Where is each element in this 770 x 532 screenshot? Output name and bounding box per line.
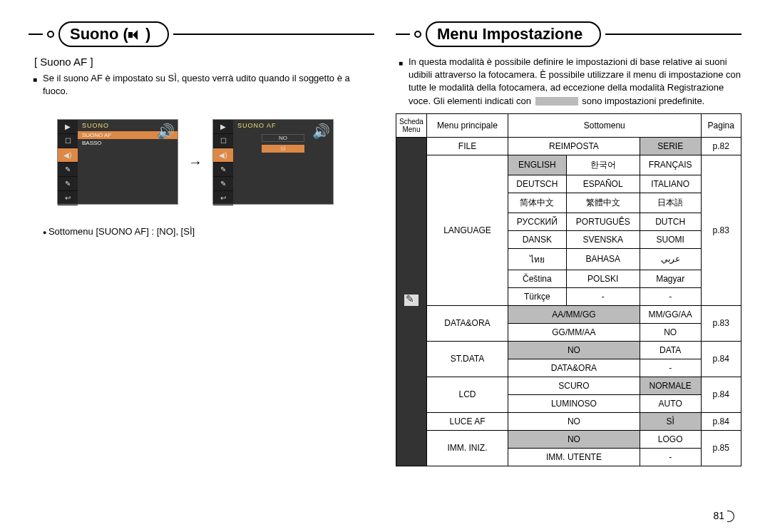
speaker-icon bbox=[128, 30, 141, 40]
col-sottomenu: Sottomenu bbox=[508, 113, 701, 137]
menu-screenshots: ▶☐◀)✎✎↩ 🔊 SUONO SUONO AF BASSO → ▶☐◀)✎✎↩… bbox=[57, 119, 374, 205]
speaker-icon: 🔊 bbox=[312, 123, 330, 140]
screenshot-menu-2: ▶☐◀)✎✎↩ 🔊 SUONO AF NO SÌ bbox=[212, 119, 334, 205]
settings-description: ■In questa modalità è possibile definire… bbox=[409, 56, 741, 108]
settings-title: Menu Impostazione bbox=[426, 21, 601, 47]
table-row: DATA&ORA AA/MM/GGMM/GG/AA p.83 bbox=[396, 305, 741, 323]
tab-icon-cell bbox=[396, 137, 427, 466]
table-row: LCD SCURONORMALE p.84 bbox=[396, 377, 741, 394]
arrow-right-icon: → bbox=[188, 154, 202, 170]
sound-af-description: ■Se il suono AF è impostato su SÌ, quest… bbox=[43, 72, 374, 98]
screenshot-menu-1: ▶☐◀)✎✎↩ 🔊 SUONO SUONO AF BASSO bbox=[57, 119, 178, 205]
sound-af-subtitle: [ Suono AF ] bbox=[34, 56, 374, 68]
table-row: LUCE AF NOSÌ p.84 bbox=[396, 412, 741, 430]
col-menu-principale: Menu principale bbox=[426, 113, 508, 137]
setup-tool-icon bbox=[404, 295, 419, 306]
page-number: 81 bbox=[713, 510, 734, 522]
settings-table: Scheda Menu Menu principale Sottomenu Pa… bbox=[396, 113, 741, 466]
col-pagina: Pagina bbox=[701, 113, 741, 137]
default-highlight-sample bbox=[535, 97, 578, 106]
settings-section-header: Menu Impostazione bbox=[396, 21, 741, 47]
speaker-icon: 🔊 bbox=[157, 123, 175, 140]
table-row: ST.DATA NODATA p.84 bbox=[396, 341, 741, 359]
table-row: FILE REIMPOSTA SERIE p.82 bbox=[396, 137, 741, 155]
table-row: LANGUAGE ENGLISH한국어FRANÇAIS p.83 bbox=[396, 155, 741, 175]
submenu-values: Sottomenu [SUONO AF] : [NO], [SÌ] bbox=[43, 226, 374, 237]
sound-title: Suono ( bbox=[70, 25, 128, 43]
table-row: IMM. INIZ. NOLOGO p.85 bbox=[396, 430, 741, 448]
col-scheda-menu: Scheda Menu bbox=[396, 113, 427, 137]
sound-section-header: Suono ( ) bbox=[29, 21, 374, 47]
